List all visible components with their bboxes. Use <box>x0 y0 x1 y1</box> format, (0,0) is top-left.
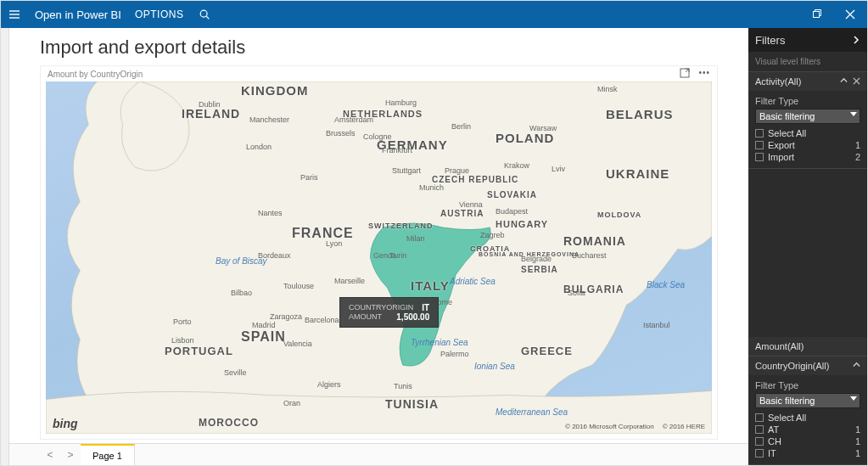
map-tooltip: COUNTRYORIGIN IT AMOUNT 1,500.00 <box>339 297 439 328</box>
filters-header-label: Filters <box>755 34 785 47</box>
map-area[interactable]: KINGDOM IRELAND NETHERLANDS GERMANY POLA… <box>46 81 712 434</box>
country-label: GREECE <box>521 345 573 357</box>
prev-page-button[interactable]: < <box>40 444 60 465</box>
city-label: Algiers <box>317 380 341 389</box>
map-attribution: © 2016 HERE <box>663 423 705 430</box>
city-label: Zaragoza <box>270 312 302 321</box>
options-menu[interactable]: OPTIONS <box>135 8 184 20</box>
filter-item-label: Select All <box>768 413 806 423</box>
page-tab[interactable]: Page 1 <box>81 444 135 465</box>
country-label: BELARUS <box>606 107 674 121</box>
city-label: Oran <box>283 399 300 407</box>
country-label: SPAIN <box>241 329 286 345</box>
country-label: SERBIA <box>521 265 558 274</box>
restore-window-button[interactable] <box>799 1 833 28</box>
sea-label: Adriatic Sea <box>450 277 496 286</box>
city-label: Stuttgart <box>392 166 421 175</box>
filter-item-count: 1 <box>855 436 860 446</box>
city-label: Seville <box>224 368 247 377</box>
checkbox[interactable] <box>755 153 764 161</box>
city-label: Manchester <box>249 115 289 124</box>
open-in-powerbi-link[interactable]: Open in Power BI <box>35 8 121 21</box>
filter-item-count: 1 <box>855 448 860 458</box>
filter-item-select-all[interactable]: Select All <box>755 127 860 139</box>
page-title: Import and export details <box>9 28 748 65</box>
city-label: Krakow <box>504 161 529 170</box>
svg-rect-5 <box>814 12 820 18</box>
filter-type-select[interactable]: Basic filtering <box>755 393 860 408</box>
sea-label: Black Sea <box>647 280 685 289</box>
city-label: London <box>246 143 272 151</box>
filter-item[interactable]: CH 1 <box>755 435 860 447</box>
bing-logo: bing <box>53 417 78 430</box>
close-window-button[interactable] <box>833 1 867 28</box>
filter-type-select[interactable]: Basic filtering <box>755 109 860 124</box>
filter-item-label: Import <box>768 152 794 162</box>
country-label: SWITZERLAND <box>368 222 434 230</box>
city-label: Bucharest <box>572 251 607 260</box>
svg-line-4 <box>207 16 210 19</box>
country-label: UKRAINE <box>606 166 669 181</box>
country-label: ITALY <box>411 278 450 293</box>
city-label: Lviv <box>552 165 565 173</box>
city-label: Brussels <box>326 129 356 138</box>
clear-filter-icon[interactable] <box>853 76 860 87</box>
filter-item-label: CH <box>768 436 781 446</box>
city-label: Dublin <box>199 100 221 109</box>
filter-item[interactable]: IT 1 <box>755 447 860 459</box>
city-label: Palermo <box>440 350 469 358</box>
filter-card-activity[interactable]: Activity(All) <box>748 72 867 91</box>
filter-card-countryorigin[interactable]: CountryOrigin(All) <box>748 357 867 375</box>
filter-card-title: Amount(All) <box>755 341 804 351</box>
collapse-icon[interactable] <box>840 76 848 87</box>
country-label: CZECH REPUBLIC <box>432 175 518 184</box>
map-visual[interactable]: Amount by CountryOrigin ••• <box>40 65 718 440</box>
sea-label: Ionian Sea <box>474 362 515 371</box>
filter-item[interactable]: Export 1 <box>755 139 860 151</box>
country-label: IRELAND <box>182 107 240 121</box>
city-label: Frankfurt <box>382 146 412 154</box>
checkbox[interactable] <box>755 437 764 446</box>
filter-type-label: Filter Type <box>755 380 860 390</box>
tooltip-value: 1,500.00 <box>396 312 429 322</box>
filter-item-count: 2 <box>855 152 860 162</box>
visual-title: Amount by CountryOrigin <box>48 70 143 79</box>
filter-item-label: Select All <box>768 128 806 138</box>
more-options-icon[interactable]: ••• <box>698 68 710 80</box>
search-icon[interactable] <box>199 8 210 20</box>
hamburger-menu[interactable] <box>1 1 28 28</box>
city-label: Prague <box>445 166 469 175</box>
city-label: Bordeaux <box>258 251 291 260</box>
next-page-button[interactable]: > <box>60 444 81 465</box>
filter-item-label: Export <box>768 140 795 150</box>
city-label: Madrid <box>252 321 276 329</box>
country-label: POLAND <box>496 131 554 145</box>
city-label: Istanbul <box>643 321 670 329</box>
city-label: Paris <box>300 173 318 182</box>
city-label: Bilbao <box>231 289 252 297</box>
city-label: Hamburg <box>385 98 417 107</box>
city-label: Nantes <box>258 209 283 217</box>
city-label: Berlin <box>451 122 471 131</box>
filter-item-label: AT <box>768 424 779 435</box>
filter-card-amount[interactable]: Amount(All) <box>748 337 867 356</box>
city-label: Belgrade <box>521 255 552 263</box>
city-label: Toulouse <box>283 282 314 290</box>
city-label: Lyon <box>326 239 342 248</box>
filter-item[interactable]: Import 2 <box>755 151 860 163</box>
left-gutter <box>1 28 9 465</box>
filter-card-title: Activity(All) <box>755 76 801 87</box>
city-label: Minsk <box>597 85 618 93</box>
collapse-icon[interactable] <box>853 361 860 371</box>
country-label: PORTUGAL <box>165 345 233 357</box>
checkbox[interactable] <box>755 449 764 458</box>
filter-item[interactable]: AT 1 <box>755 424 860 435</box>
focus-mode-icon[interactable] <box>680 68 690 80</box>
checkbox[interactable] <box>755 141 764 149</box>
checkbox[interactable] <box>755 413 764 422</box>
filter-item-select-all[interactable]: Select All <box>755 412 860 424</box>
checkbox[interactable] <box>755 425 764 434</box>
filters-header[interactable]: Filters <box>748 28 867 52</box>
checkbox[interactable] <box>755 129 764 138</box>
city-label: Tunis <box>394 382 412 390</box>
